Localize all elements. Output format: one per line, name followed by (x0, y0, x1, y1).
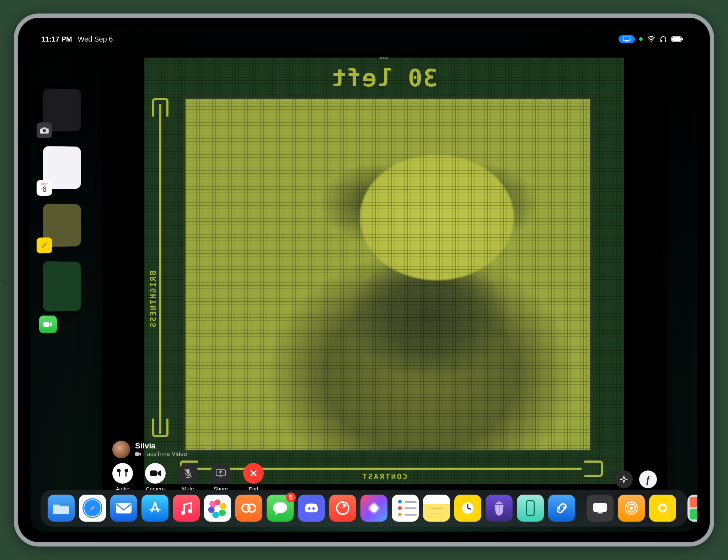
svg-rect-10 (135, 452, 139, 456)
effects-button[interactable]: f (639, 470, 657, 488)
svg-rect-33 (526, 501, 534, 516)
caller-name: Silvia (135, 441, 187, 451)
dock-timery[interactable] (235, 495, 262, 522)
display-icon (592, 502, 608, 515)
dock-shortcuts[interactable] (360, 495, 387, 522)
svg-rect-11 (150, 470, 157, 476)
dock-files[interactable] (48, 495, 75, 522)
messages-icon (272, 501, 288, 516)
dock-notes[interactable] (423, 495, 450, 522)
avatar (112, 441, 130, 458)
dock-clock-widget[interactable] (454, 495, 481, 522)
svg-point-20 (181, 511, 185, 515)
svg-rect-4 (665, 40, 666, 42)
stage-item-facetime[interactable] (39, 316, 57, 333)
compass-icon (81, 497, 103, 519)
dock-appstore[interactable] (141, 495, 168, 522)
reminders-icon (394, 500, 417, 516)
stage-item-gbcam[interactable] (43, 204, 81, 247)
caller-chip[interactable]: Silvia FaceTime Video (112, 441, 187, 458)
airpods-icon (117, 468, 129, 478)
dock-teal-app[interactable] (517, 495, 544, 522)
music-note-icon (180, 501, 193, 515)
arrow-icon (656, 502, 669, 515)
shortcuts-icon (366, 501, 381, 516)
svg-point-25 (312, 507, 315, 510)
dock-due[interactable] (329, 495, 356, 522)
timery-icon (241, 502, 257, 515)
dock: 5 (41, 490, 687, 527)
facetime-icon (43, 321, 53, 328)
svg-rect-7 (682, 38, 683, 40)
dock-reminders[interactable] (392, 495, 419, 522)
gb-contrast-knob-right[interactable] (584, 461, 603, 477)
reactions-button[interactable] (615, 470, 633, 488)
camera-active-dot (639, 37, 643, 41)
camera-icon (37, 122, 52, 138)
svg-rect-35 (598, 512, 603, 513)
window-grabber[interactable]: ••• (380, 55, 389, 62)
screen-share-pill[interactable] (619, 35, 635, 43)
calendar-icon: SEP 6 (37, 180, 52, 196)
headphones-icon (660, 36, 667, 43)
dock-obsidian[interactable] (486, 495, 513, 522)
status-date: Wed Sep 6 (78, 35, 113, 43)
stage-manager-strip: SEP 6 (43, 89, 89, 333)
end-button[interactable]: End (241, 463, 266, 492)
svg-rect-3 (660, 40, 662, 42)
gb-brightness-knob-bottom[interactable] (152, 419, 168, 437)
stage-item-camera[interactable] (43, 88, 81, 132)
stage-item-photos[interactable] (43, 261, 81, 312)
dock-photos[interactable] (204, 495, 231, 522)
side-tools: f (615, 470, 657, 488)
ipad-screen: 11:17 PM Wed Sep 6 (31, 28, 697, 532)
ipad-bezel: 11:17 PM Wed Sep 6 (18, 18, 710, 542)
camera-button[interactable]: Camera (143, 463, 168, 492)
envelope-icon (115, 502, 132, 514)
dock-recent-yellow[interactable] (649, 495, 676, 522)
mic-off-icon (184, 468, 192, 479)
clock-icon (460, 501, 475, 516)
dock-mail[interactable] (110, 495, 137, 522)
gameboy-camera-view: 30 left BRIGHTNESS CONTRAST (144, 58, 624, 484)
share-screen-icon (215, 469, 226, 478)
svg-rect-19 (116, 503, 132, 513)
link-icon (554, 501, 569, 516)
dock-recent-screen[interactable] (587, 495, 614, 522)
pencil-icon (37, 237, 52, 253)
close-icon (249, 469, 258, 478)
gb-contrast-label: CONTRAST (361, 472, 407, 481)
mute-button[interactable]: Mute (176, 463, 200, 492)
discord-icon (303, 502, 320, 515)
info-button[interactable]: i (205, 441, 213, 449)
messages-badge: 5 (286, 492, 296, 502)
dock-recent-broadcast[interactable] (618, 495, 645, 522)
status-time: 11:17 PM (41, 35, 72, 43)
dock-link-app[interactable] (548, 495, 575, 522)
share-button[interactable]: Share (208, 463, 233, 492)
dock-app-library[interactable] (687, 495, 697, 522)
gb-brightness-label: BRIGHTNESS (149, 271, 157, 328)
battery-icon (671, 36, 683, 42)
wifi-icon (647, 36, 655, 42)
audio-button[interactable]: Audio (110, 463, 135, 492)
dock-music[interactable] (173, 495, 200, 522)
dock-safari[interactable] (79, 495, 106, 522)
svg-point-36 (630, 506, 633, 510)
stage-item-calendar[interactable]: SEP 6 (43, 146, 81, 189)
photos-icon (208, 499, 227, 518)
svg-rect-9 (43, 322, 49, 327)
svg-point-2 (651, 41, 652, 42)
gb-brightness-knob-top[interactable] (152, 98, 168, 117)
svg-point-21 (188, 509, 192, 513)
video-icon (135, 452, 141, 456)
gem-icon (493, 500, 505, 516)
svg-rect-34 (593, 503, 607, 512)
phone-icon (525, 500, 536, 516)
dock-messages[interactable]: 5 (267, 495, 294, 522)
dock-discord[interactable] (298, 495, 325, 522)
app-library-icon (690, 497, 697, 519)
svg-point-24 (308, 507, 311, 510)
effects-icon: f (646, 474, 649, 485)
gb-shots-left: 30 left (331, 64, 438, 92)
